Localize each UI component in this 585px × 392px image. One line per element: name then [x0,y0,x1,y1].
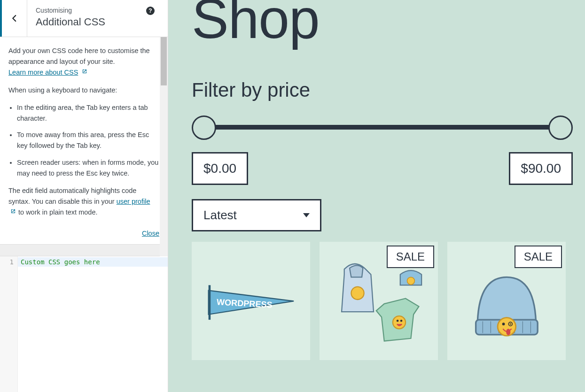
customizer-sidebar: Customising Additional CSS ? Add your ow… [0,0,168,392]
price-max-box: $90.00 [509,152,573,185]
slider-handle-max[interactable] [548,115,573,140]
tip-item: In the editing area, the Tab key enters … [17,102,159,124]
svg-point-7 [400,320,402,322]
chevron-left-icon [10,14,19,23]
svg-point-4 [407,277,414,284]
user-profile-link[interactable]: user profile [117,198,150,205]
panel-body: Add your own CSS code here to customise … [0,37,168,229]
panel-titles: Customising Additional CSS [27,0,168,37]
syntax-note-b: to work in plain text mode. [16,208,97,216]
css-code-editor[interactable]: 1 Custom CSS goes here [0,256,168,392]
price-labels: $0.00 $90.00 [192,152,573,185]
price-min-box: $0.00 [192,152,248,185]
svg-point-6 [396,320,398,322]
help-icon: ? [146,7,155,15]
sort-dropdown[interactable]: Latest [192,199,321,231]
sale-badge: SALE [387,246,434,268]
slider-track [204,125,561,130]
chevron-down-icon [303,213,310,217]
slider-handle-min[interactable] [192,115,216,140]
help-button[interactable]: ? [146,7,155,15]
editor-toolbar-gap [0,244,168,256]
product-grid: WORDPRESS SALE SALE [192,242,573,360]
line-number: 1 [0,258,14,266]
product-card-pennant[interactable]: WORDPRESS [192,242,310,360]
svg-point-5 [392,316,405,329]
external-link-icon [81,67,88,78]
product-card-collection[interactable]: SALE [320,242,438,360]
intro-text: Add your own CSS code here to customise … [8,47,150,65]
panel-header: Customising Additional CSS ? [0,0,168,37]
code-content: Custom CSS goes here [21,258,100,266]
line-gutter: 1 [0,256,18,392]
learn-css-link[interactable]: Learn more about CSS [8,69,78,76]
sort-selected-label: Latest [203,208,237,223]
panel-supertitle: Customising [36,7,159,14]
page-title: Shop [192,0,573,51]
site-preview[interactable]: Shop Filter by price $0.00 $90.00 Latest… [168,0,585,392]
pennant-illustration: WORDPRESS [198,248,304,354]
keyboard-intro: When using a keyboard to navigate: [8,85,159,96]
close-help-link[interactable]: Close [142,230,159,237]
external-link-icon [10,207,16,218]
svg-point-16 [502,323,505,325]
tip-item: Screen reader users: when in forms mode,… [17,157,159,179]
keyboard-tips-list: In the editing area, the Tab key enters … [8,102,159,179]
price-slider[interactable] [192,114,573,142]
filter-heading: Filter by price [192,79,573,101]
product-card-beanie[interactable]: SALE [447,242,566,360]
back-button[interactable] [0,0,27,37]
svg-point-3 [351,286,364,299]
svg-point-19 [506,329,510,335]
sale-badge: SALE [515,246,562,268]
tip-item: To move away from this area, press the E… [17,130,159,151]
panel-title: Additional CSS [36,16,159,28]
svg-point-18 [510,323,511,324]
